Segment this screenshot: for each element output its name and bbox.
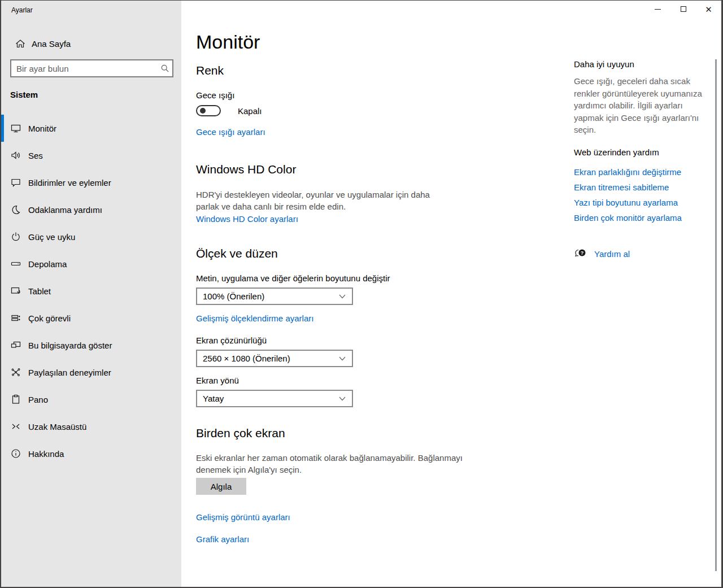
night-light-label: Gece ışığı	[196, 90, 234, 100]
hd-color-heading: Windows HD Color	[196, 163, 296, 176]
help-aside: Daha iyi uyuyun Gece ışığı, geceleri dah…	[574, 1, 716, 587]
remote-desktop-icon	[10, 421, 21, 432]
multi-display-description: Eski ekranlar her zaman otomatik olarak …	[196, 452, 467, 476]
sidebar-nav: Monitör Ses Bildirimler ve eylemler Odak…	[1, 115, 181, 467]
speaker-icon	[10, 150, 21, 161]
moon-icon	[10, 204, 21, 215]
notifications-icon	[10, 177, 21, 188]
get-help-link[interactable]: ? Yardım al	[574, 248, 630, 259]
sidebar-item-label: Paylaşılan deneyimler	[28, 368, 111, 377]
orientation-dropdown[interactable]: Yatay	[196, 390, 353, 407]
sidebar-item-power-sleep[interactable]: Güç ve uyku	[1, 223, 181, 250]
svg-text:?: ?	[581, 250, 584, 256]
settings-window: Ayarlar Ana Sayfa Sistem Monitör	[0, 0, 723, 588]
scale-label: Metin, uygulama ve diğer öğelerin boyutu…	[196, 273, 390, 283]
get-help-label: Yardım al	[594, 249, 630, 259]
sidebar-item-storage[interactable]: Depolama	[1, 250, 181, 277]
sidebar-item-label: Çok görevli	[28, 313, 71, 323]
multi-display-heading: Birden çok ekran	[196, 426, 285, 440]
sidebar-item-remote-desktop[interactable]: Uzak Masaüstü	[1, 413, 181, 440]
get-help-icon: ?	[574, 248, 587, 259]
storage-icon	[10, 258, 21, 269]
help-link-brightness[interactable]: Ekran parlaklığını değiştirme	[574, 167, 681, 177]
page-title: Monitör	[196, 31, 260, 53]
sidebar-item-label: Uzak Masaüstü	[28, 422, 86, 432]
home-icon	[15, 38, 26, 49]
toggle-knob	[200, 108, 206, 114]
sidebar-item-home[interactable]: Ana Sayfa	[1, 34, 181, 53]
shared-experiences-icon	[10, 367, 21, 378]
sidebar-item-shared-experiences[interactable]: Paylaşılan deneyimler	[1, 359, 181, 386]
sidebar-item-label: Bildirimler ve eylemler	[28, 178, 111, 188]
hd-color-settings-link[interactable]: Windows HD Color ayarları	[196, 214, 298, 224]
info-icon	[10, 448, 21, 459]
sidebar-section-label: Sistem	[10, 90, 38, 99]
tablet-icon	[10, 285, 21, 297]
night-light-state: Kapalı	[238, 106, 262, 116]
sidebar-item-tablet[interactable]: Tablet	[1, 277, 181, 304]
sidebar-item-label: Pano	[28, 395, 48, 404]
sidebar: Ayarlar Ana Sayfa Sistem Monitör	[1, 1, 181, 587]
sidebar-item-multitasking[interactable]: Çok görevli	[1, 304, 181, 332]
app-title: Ayarlar	[11, 6, 33, 14]
vertical-scrollbar[interactable]	[715, 59, 717, 571]
sidebar-item-about[interactable]: Hakkında	[1, 440, 181, 467]
clipboard-icon	[10, 394, 21, 405]
help-link-font-size[interactable]: Yazı tipi boyutunu ayarlama	[574, 198, 678, 207]
search-box[interactable]	[10, 59, 173, 77]
scale-dropdown[interactable]: 100% (Önerilen)	[196, 288, 353, 305]
sidebar-item-label: Hakkında	[28, 449, 64, 459]
help-link-flicker[interactable]: Ekran titremesi sabitleme	[574, 182, 669, 192]
sleep-better-text: Gece ışığı, geceleri daha sıcak renkler …	[574, 75, 709, 136]
search-input[interactable]	[11, 64, 158, 73]
advanced-scaling-link[interactable]: Gelişmiş ölçeklendirme ayarları	[196, 313, 313, 323]
color-section-heading: Renk	[196, 64, 224, 77]
resolution-label: Ekran çözünürlüğü	[196, 336, 267, 345]
help-link-multiple-monitors[interactable]: Birden çok monitör ayarlama	[574, 213, 682, 223]
hd-color-description: HDR'yi destekleyen videolar, oyunlar ve …	[196, 189, 453, 212]
sidebar-item-label: Odaklanma yardımı	[28, 205, 102, 215]
projecting-icon	[10, 339, 21, 351]
sidebar-item-label: Depolama	[28, 259, 67, 269]
sidebar-item-label: Ana Sayfa	[32, 39, 71, 49]
sleep-better-heading: Daha iyi uyuyun	[574, 59, 634, 69]
orientation-label: Ekran yönü	[196, 376, 239, 385]
advanced-display-link[interactable]: Gelişmiş görüntü ayarları	[196, 512, 290, 522]
sidebar-item-label: Monitör	[28, 124, 56, 133]
graphics-settings-link[interactable]: Grafik ayarları	[196, 534, 249, 544]
sidebar-item-projecting[interactable]: Bu bilgisayarda göster	[1, 332, 181, 359]
sidebar-item-label: Tablet	[28, 286, 51, 296]
chevron-down-icon	[333, 294, 352, 299]
monitor-icon	[10, 123, 21, 134]
night-light-toggle-row: Kapalı	[196, 105, 262, 116]
sidebar-item-label: Ses	[28, 151, 43, 160]
resolution-dropdown[interactable]: 2560 × 1080 (Önerilen)	[196, 350, 353, 367]
detect-button[interactable]: Algıla	[196, 478, 246, 495]
sidebar-item-label: Bu bilgisayarda göster	[28, 341, 112, 350]
sidebar-item-label: Güç ve uyku	[28, 232, 75, 242]
night-light-settings-link[interactable]: Gece ışığı ayarları	[196, 127, 265, 137]
search-icon[interactable]	[158, 64, 172, 73]
power-icon	[10, 231, 21, 242]
sidebar-item-focus-assist[interactable]: Odaklanma yardımı	[1, 196, 181, 223]
scale-dropdown-value: 100% (Önerilen)	[197, 291, 333, 301]
sidebar-item-display[interactable]: Monitör	[1, 115, 181, 142]
chevron-down-icon	[333, 356, 352, 361]
scale-layout-heading: Ölçek ve düzen	[196, 247, 278, 260]
multitasking-icon	[10, 312, 21, 324]
sidebar-item-clipboard[interactable]: Pano	[1, 386, 181, 413]
main-content: Monitör Renk Gece ışığı Kapalı Gece ışığ…	[196, 1, 558, 587]
sidebar-item-notifications[interactable]: Bildirimler ve eylemler	[1, 169, 181, 196]
resolution-dropdown-value: 2560 × 1080 (Önerilen)	[197, 354, 333, 363]
web-help-heading: Web üzerinden yardım	[574, 147, 659, 157]
chevron-down-icon	[333, 397, 352, 401]
night-light-toggle[interactable]	[196, 105, 221, 116]
sidebar-item-sound[interactable]: Ses	[1, 142, 181, 169]
orientation-dropdown-value: Yatay	[197, 394, 333, 403]
